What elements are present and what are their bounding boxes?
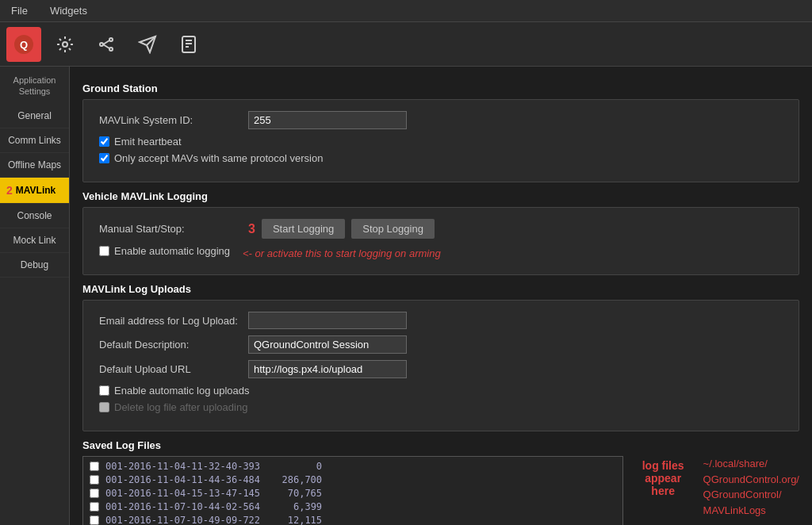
mavlink-label: MAVLink <box>16 185 56 196</box>
svg-point-5 <box>109 48 113 51</box>
log-toolbar-btn[interactable] <box>171 27 206 62</box>
log-appear-annotation: log filesappearhere <box>639 456 688 500</box>
log-files-list: 001-2016-11-04-11-32-40-393 0 001-2016-1… <box>82 456 623 525</box>
ground-station-box: MAVLink System ID: Emit heartbeat Only a… <box>82 99 799 182</box>
only-accept-label: Only accept MAVs with same protocol vers… <box>114 152 323 164</box>
email-row: Email address for Log Upload: <box>99 312 783 329</box>
enable-auto-logging-row: Enable automatic logging <box>99 245 230 257</box>
log-size-2: 70,765 <box>266 488 322 499</box>
manual-start-stop-row: Manual Start/Stop: 3 Start Logging Stop … <box>99 219 783 239</box>
description-label: Default Description: <box>99 339 242 351</box>
content-area: Ground Station MAVLink System ID: Emit h… <box>70 67 812 525</box>
sidebar-item-general[interactable]: General <box>0 104 69 128</box>
log-row: 001-2016-11-07-10-49-09-722 12,115 <box>86 514 619 525</box>
enable-auto-logging-label: Enable automatic logging <box>114 245 230 257</box>
vehicle-logging-box: Manual Start/Stop: 3 Start Logging Stop … <box>82 207 799 275</box>
delete-log-row: Delete log file after uploading <box>99 401 783 413</box>
log-checkbox-1[interactable] <box>90 475 99 485</box>
log-name-1: 001-2016-11-04-11-44-36-484 <box>105 474 260 485</box>
log-checkbox-2[interactable] <box>90 489 99 498</box>
logging-annotation: <- or activate this to start logging on … <box>243 247 441 259</box>
stop-logging-button[interactable]: Stop Logging <box>351 219 435 239</box>
log-size-3: 6,399 <box>266 501 322 512</box>
emit-heartbeat-label: Emit heartbeat <box>114 136 182 148</box>
log-name-4: 001-2016-11-07-10-49-09-722 <box>105 515 260 525</box>
svg-point-3 <box>100 43 103 46</box>
send-toolbar-btn[interactable] <box>130 27 165 62</box>
mavlink-active-number: 2 <box>6 184 13 197</box>
description-input[interactable] <box>248 335 407 354</box>
sidebar-item-debug[interactable]: Debug <box>0 253 69 278</box>
ground-station-title: Ground Station <box>82 82 799 94</box>
log-row: 001-2016-11-04-15-13-47-145 70,765 <box>86 487 619 500</box>
main-layout: Application Settings General Comm Links … <box>0 67 812 525</box>
log-name-3: 001-2016-11-07-10-44-02-564 <box>105 501 260 512</box>
only-accept-checkbox[interactable] <box>99 153 109 163</box>
description-row: Default Description: <box>99 335 783 354</box>
log-name-2: 001-2016-11-04-15-13-47-145 <box>105 488 260 499</box>
sidebar-item-console[interactable]: Console <box>0 204 69 228</box>
delete-log-label: Delete log file after uploading <box>114 401 247 413</box>
email-input[interactable] <box>248 312 407 329</box>
connect-toolbar-btn[interactable] <box>89 27 124 62</box>
log-uploads-box: Email address for Log Upload: Default De… <box>82 300 799 431</box>
toolbar: Q <box>0 22 812 67</box>
widgets-menu[interactable]: Widgets <box>45 3 92 18</box>
vehicle-logging-title: Vehicle MAVLink Logging <box>82 190 799 202</box>
saved-logs-title: Saved Log Files <box>82 439 799 451</box>
mavlink-system-id-label: MAVLink System ID: <box>99 114 242 126</box>
file-menu[interactable]: File <box>6 3 33 18</box>
svg-line-7 <box>103 44 109 48</box>
enable-auto-uploads-row: Enable automatic log uploads <box>99 385 783 397</box>
only-accept-row: Only accept MAVs with same protocol vers… <box>99 152 783 164</box>
sidebar-header: Application Settings <box>0 70 69 104</box>
log-checkbox-4[interactable] <box>90 515 99 525</box>
log-row: 001-2016-11-04-11-32-40-393 0 <box>86 460 619 473</box>
log-checkbox-0[interactable] <box>90 462 99 471</box>
upload-url-row: Default Upload URL <box>99 360 783 378</box>
mavlink-system-id-row: MAVLink System ID: <box>99 111 783 129</box>
enable-auto-uploads-label: Enable automatic log uploads <box>114 385 250 397</box>
upload-url-input[interactable] <box>248 360 407 378</box>
sidebar-item-commlinks[interactable]: Comm Links <box>0 128 69 153</box>
emit-heartbeat-row: Emit heartbeat <box>99 136 783 148</box>
enable-auto-uploads-checkbox[interactable] <box>99 385 109 396</box>
svg-point-2 <box>63 42 67 47</box>
menu-bar: File Widgets <box>0 0 812 22</box>
enable-auto-logging-checkbox[interactable] <box>99 246 109 256</box>
log-row: 001-2016-11-07-10-44-02-564 6,399 <box>86 500 619 513</box>
sidebar-item-mocklink[interactable]: Mock Link <box>0 228 69 253</box>
log-size-4: 12,115 <box>266 515 322 525</box>
delete-log-checkbox[interactable] <box>99 402 109 412</box>
settings-toolbar-btn[interactable] <box>48 27 82 62</box>
log-row: 001-2016-11-04-11-44-36-484 286,700 <box>86 473 619 486</box>
sidebar-item-offlinemaps[interactable]: Offline Maps <box>0 153 69 178</box>
email-label: Email address for Log Upload: <box>99 315 242 327</box>
app-toolbar-btn[interactable]: Q <box>6 27 41 62</box>
upload-url-label: Default Upload URL <box>99 363 242 375</box>
manual-start-stop-label: Manual Start/Stop: <box>99 223 242 235</box>
svg-text:Q: Q <box>20 39 28 51</box>
mavlink-system-id-input[interactable] <box>248 111 407 129</box>
svg-point-4 <box>109 38 113 41</box>
emit-heartbeat-checkbox[interactable] <box>99 136 109 147</box>
log-size-0: 0 <box>266 461 322 472</box>
start-logging-button[interactable]: Start Logging <box>262 219 345 239</box>
log-uploads-title: MAVLink Log Uploads <box>82 283 799 295</box>
log-checkbox-3[interactable] <box>90 502 99 512</box>
log-size-1: 286,700 <box>266 474 322 485</box>
svg-line-6 <box>103 40 109 44</box>
log-name-0: 001-2016-11-04-11-32-40-393 <box>105 461 260 472</box>
start-logging-number: 3 <box>248 222 255 236</box>
log-path-annotation: ~/.local/share/QGroundControl.org/QGroun… <box>703 456 799 518</box>
sidebar-item-mavlink[interactable]: 2 MAVLink <box>0 178 69 204</box>
sidebar: Application Settings General Comm Links … <box>0 67 70 525</box>
